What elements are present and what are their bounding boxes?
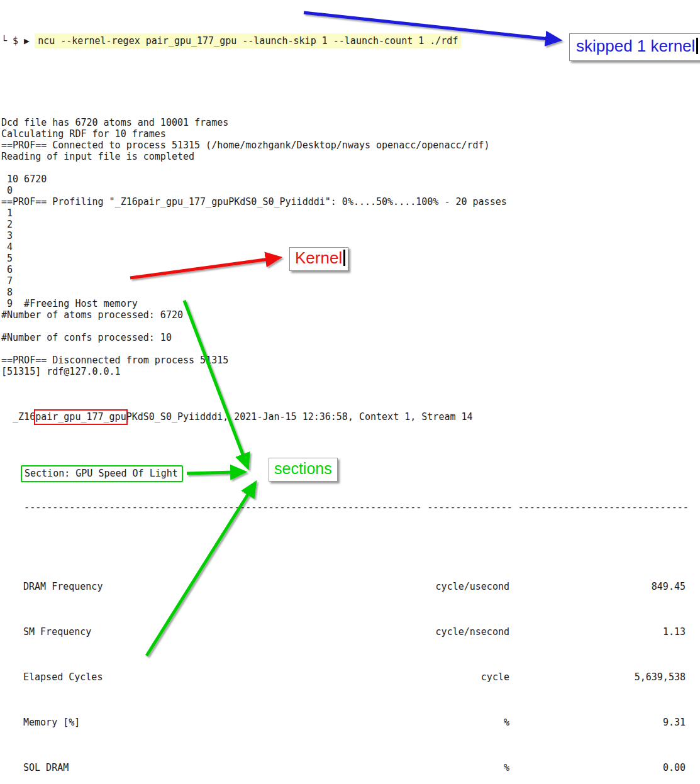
kernel-label: Kernel <box>295 248 342 267</box>
metric-unit: cycle/usecond <box>352 581 509 592</box>
skipped-kernel-callout: skipped 1 kernel <box>569 33 700 61</box>
skipped-kernel-label: skipped 1 kernel <box>576 36 695 55</box>
metric-name: SOL DRAM <box>23 762 352 773</box>
metric-unit: % <box>352 762 509 773</box>
terminal-output-line: 1 <box>1 207 700 219</box>
section-title: Section: GPU Speed Of Light <box>25 468 178 479</box>
metric-value: 9.31 <box>509 717 686 728</box>
terminal-output-line <box>1 162 700 174</box>
terminal-output-line: Dcd file has 6720 atoms and 10001 frames <box>1 117 700 128</box>
table-row: Memory [%] % 9.31 <box>23 717 686 728</box>
shell-prompt: └ $ ▶ <box>1 35 30 47</box>
terminal-output-line: 7 <box>1 275 700 287</box>
kernel-name: pair_gpu_177_gpu <box>35 411 126 422</box>
table-row: DRAM Frequency cycle/usecond 849.45 <box>23 581 686 592</box>
metric-name: SM Frequency <box>23 626 352 638</box>
metric-name: Elapsed Cycles <box>23 671 352 683</box>
kernel-name-suffix: PKdS0_S0_Pyiidddi, 2021-Jan-15 12:36:58,… <box>126 411 473 422</box>
section-title-line: Section: GPU Speed Of Light <box>1 468 700 479</box>
metric-value: 5,639,538 <box>509 671 686 683</box>
command-input[interactable]: ncu --kernel-regex pair_gpu_177_gpu --la… <box>35 33 461 48</box>
terminal-output-line: 10 6720 <box>1 174 700 185</box>
terminal-output-top: Dcd file has 6720 atoms and 10001 frames… <box>1 83 700 377</box>
terminal-output-line: 3 <box>1 230 700 241</box>
metric-value: 0.00 <box>509 762 686 773</box>
terminal-output-line: ==PROF== Connected to process 51315 (/ho… <box>1 140 700 151</box>
terminal-output-line: ==PROF== Disconnected from process 51315 <box>1 355 700 366</box>
terminal-output-line: 0 <box>1 185 700 196</box>
terminal-output-line: #Number of confs processed: 10 <box>1 332 700 343</box>
table-row: Elapsed Cycles cycle 5,639,538 <box>23 671 686 683</box>
terminal-window: └ $ ▶ncu --kernel-regex pair_gpu_177_gpu… <box>0 0 700 784</box>
terminal-output-line: 8 <box>1 287 700 298</box>
metric-value: 849.45 <box>509 581 686 592</box>
table-row: SOL DRAM % 0.00 <box>23 762 686 773</box>
table-row: SM Frequency cycle/nsecond 1.13 <box>23 626 686 638</box>
text-cursor <box>343 250 345 266</box>
terminal-output-line: [51315] rdf@127.0.0.1 <box>1 366 700 377</box>
terminal-output-line: 2 <box>1 219 700 230</box>
kernel-name-highlight-box: pair_gpu_177_gpu <box>34 409 128 425</box>
metric-name: Memory [%] <box>23 717 352 728</box>
metric-value: 1.13 <box>509 626 686 638</box>
metric-unit: cycle <box>352 671 509 683</box>
kernel-result-line: _Z16pair_gpu_177_gpuPKdS0_S0_Pyiidddi, 2… <box>1 411 700 422</box>
terminal-output-line: Calculating RDF for 10 frames <box>1 128 700 140</box>
metric-unit: % <box>352 717 509 728</box>
terminal-output-line: 5 <box>1 253 700 264</box>
terminal-output-line: #Number of atoms processed: 6720 <box>1 309 700 321</box>
section-gpu-sol-highlight-box: Section: GPU Speed Of Light <box>21 465 183 482</box>
sections-label: sections <box>274 460 332 477</box>
terminal-output-line: 6 <box>1 264 700 275</box>
terminal-output-line: Reading of input file is completed <box>1 151 700 162</box>
terminal-output-line: 9 #Freeing Host memory <box>1 298 700 309</box>
terminal-output-line <box>1 321 700 332</box>
text-cursor <box>696 38 698 54</box>
kernel-name-prefix: _Z16 <box>1 411 35 422</box>
gpu-sol-table: DRAM Frequency cycle/usecond 849.45 SM F… <box>23 536 686 784</box>
terminal-output-line: 4 <box>1 241 700 253</box>
terminal-output-line: ==PROF== Profiling "_Z16pair_gpu_177_gpu… <box>1 196 700 207</box>
sections-callout: sections <box>269 458 338 482</box>
table-separator: ----------------------------------------… <box>1 502 700 513</box>
terminal-output-line <box>1 343 700 355</box>
metric-unit: cycle/nsecond <box>352 626 509 638</box>
kernel-callout: Kernel <box>289 247 348 271</box>
metric-name: DRAM Frequency <box>23 581 352 592</box>
